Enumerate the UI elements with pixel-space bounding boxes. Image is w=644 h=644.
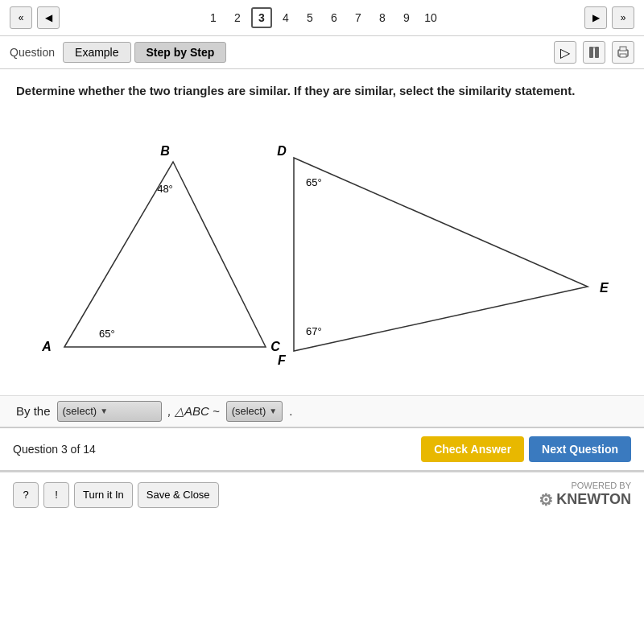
powered-by-label: POWERED BY	[571, 481, 631, 490]
next-button[interactable]: ▶	[584, 6, 607, 29]
svg-marker-7	[294, 158, 588, 351]
page-8[interactable]: 8	[372, 7, 393, 28]
math-symbol: , △ABC ~	[168, 404, 220, 419]
answer-row: By the (select) ▼ , △ABC ~ (select) ▼ .	[0, 395, 644, 427]
vertex-F-label: F	[278, 353, 287, 367]
page-6[interactable]: 6	[324, 7, 345, 28]
footer: ? ! Turn it In Save & Close POWERED BY ⚙…	[0, 472, 644, 518]
theorem-select[interactable]: (select) ▼	[57, 401, 162, 422]
by-the-label: By the	[16, 404, 51, 418]
page-2[interactable]: 2	[227, 7, 248, 28]
theorem-select-text: (select)	[63, 405, 97, 417]
svg-rect-5	[620, 54, 626, 57]
last-page-button[interactable]: »	[612, 6, 634, 29]
next-question-button[interactable]: Next Question	[529, 436, 631, 462]
page-3-active[interactable]: 3	[251, 7, 272, 28]
page-4[interactable]: 4	[275, 7, 296, 28]
triangles-diagram: B A C 48° 65° D E F 65° 67°	[16, 114, 628, 371]
page-1[interactable]: 1	[203, 7, 224, 28]
main-content: Determine whether the two triangles are …	[0, 69, 644, 395]
page-10[interactable]: 10	[420, 7, 441, 28]
svg-rect-4	[620, 47, 626, 51]
tab-step-by-step[interactable]: Step by Step	[134, 42, 227, 63]
prev-button[interactable]: ◀	[37, 6, 60, 29]
svg-rect-1	[595, 47, 599, 58]
play-icon-button[interactable]: ▷	[554, 41, 576, 64]
angle-F-label: 67°	[306, 325, 322, 337]
similarity-select-arrow: ▼	[269, 407, 277, 415]
alert-button[interactable]: !	[43, 482, 69, 508]
top-navigation: « ◀ 1 2 3 4 5 6 7 8 9 10 ▶ »	[0, 0, 644, 36]
print-icon-button[interactable]	[612, 41, 634, 64]
first-page-button[interactable]: «	[10, 6, 32, 29]
last-icon: »	[621, 12, 626, 23]
question-text: Determine whether the two triangles are …	[16, 82, 628, 101]
diagram-area: B A C 48° 65° D E F 65° 67°	[16, 114, 628, 371]
book-icon-button[interactable]	[583, 41, 605, 64]
vertex-A-label: A	[41, 340, 52, 353]
tab-bar: Question Example Step by Step ▷	[0, 36, 644, 69]
question-count: Question 3 of 14	[13, 443, 421, 456]
vertex-C-label: C	[270, 340, 280, 353]
question-bar: Question 3 of 14 Check Answer Next Quest…	[0, 427, 644, 472]
svg-marker-2	[593, 47, 595, 49]
prev-icon: ◀	[45, 12, 52, 23]
page-9[interactable]: 9	[396, 7, 417, 28]
vertex-D-label: D	[277, 144, 287, 158]
angle-D-label: 65°	[306, 176, 322, 188]
help-button[interactable]: ?	[13, 482, 39, 508]
tab-example[interactable]: Example	[63, 42, 130, 63]
similarity-select[interactable]: (select) ▼	[226, 401, 283, 422]
page-numbers: 1 2 3 4 5 6 7 8 9 10	[64, 7, 580, 28]
save-close-button[interactable]: Save & Close	[138, 482, 219, 508]
first-icon: «	[19, 12, 24, 23]
knewton-brand: POWERED BY ⚙ KNEWTON	[539, 481, 631, 510]
svg-rect-0	[589, 47, 593, 58]
question-label: Question	[10, 46, 55, 59]
tab-icons-group: ▷	[554, 41, 634, 64]
angle-A-label: 65°	[99, 328, 115, 340]
knewton-logo: ⚙ KNEWTON	[539, 490, 631, 510]
turn-in-button[interactable]: Turn it In	[74, 482, 133, 508]
knewton-gear-icon: ⚙	[539, 490, 553, 510]
vertex-B-label: B	[160, 144, 170, 158]
check-answer-button[interactable]: Check Answer	[421, 436, 524, 462]
page-5[interactable]: 5	[299, 7, 320, 28]
knewton-name: KNEWTON	[556, 491, 631, 508]
similarity-select-text: (select)	[232, 405, 266, 417]
page-7[interactable]: 7	[348, 7, 369, 28]
next-icon: ▶	[592, 12, 600, 23]
theorem-select-arrow: ▼	[100, 407, 108, 415]
angle-B-label: 48°	[157, 183, 173, 195]
period-suffix: .	[289, 404, 292, 418]
vertex-E-label: E	[600, 281, 609, 295]
